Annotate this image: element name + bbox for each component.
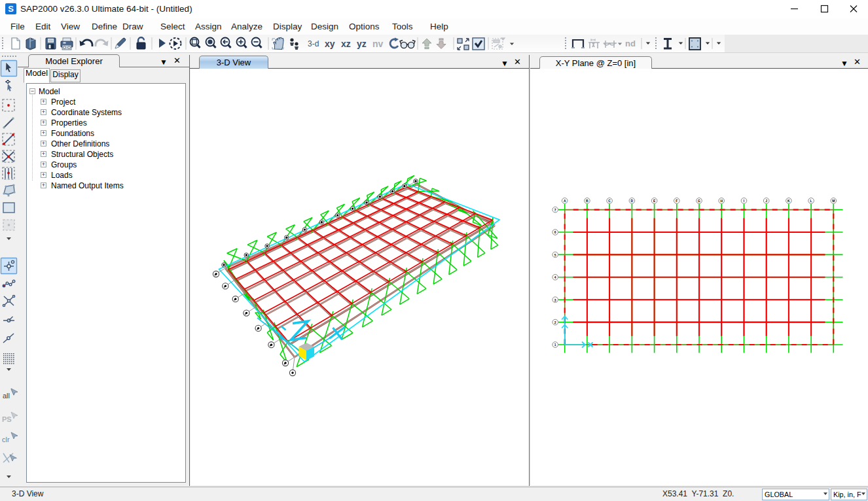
svg-text:L: L (810, 199, 812, 203)
svg-text:3: 3 (554, 298, 556, 302)
svg-text:2: 2 (554, 320, 556, 324)
svg-text:clr: clr (2, 436, 10, 443)
svg-text:7: 7 (554, 208, 556, 212)
svg-text:6: 6 (554, 230, 556, 234)
svg-text:all: all (3, 392, 10, 400)
svg-text:xz: xz (341, 39, 351, 49)
svg-text:K: K (787, 199, 790, 203)
svg-text:J: J (765, 199, 767, 203)
svg-text:xy: xy (325, 39, 335, 49)
svg-text:nd: nd (625, 39, 636, 48)
svg-text:F: F (676, 199, 678, 203)
svg-text:H: H (720, 199, 723, 203)
svg-text:nv: nv (372, 39, 384, 49)
svg-text:5: 5 (554, 253, 556, 257)
svg-text:A: A (564, 199, 566, 203)
svg-text:1: 1 (554, 343, 556, 347)
svg-text:B: B (586, 199, 588, 203)
svg-text:PS: PS (2, 415, 12, 423)
svg-text:4: 4 (554, 275, 556, 279)
svg-text:C: C (608, 199, 611, 203)
svg-text:M: M (832, 199, 835, 203)
svg-text:3-d: 3-d (308, 39, 319, 48)
svg-text:G: G (698, 199, 700, 203)
svg-text:yz: yz (357, 39, 367, 49)
svg-text:D: D (631, 199, 634, 203)
